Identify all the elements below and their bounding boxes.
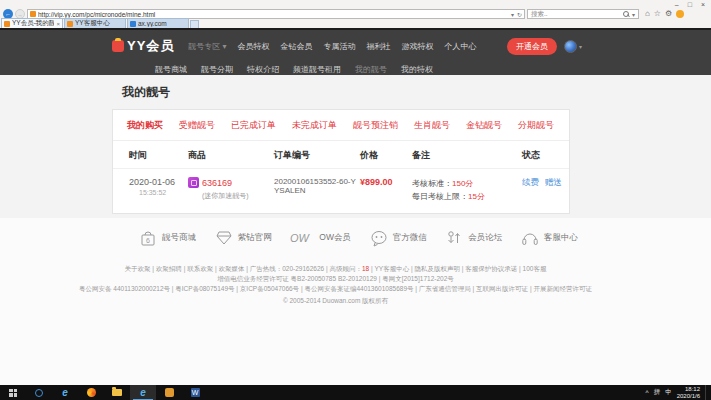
taskbar-explorer[interactable] [104,385,130,400]
search-icon[interactable] [623,11,630,18]
nav-item-liangao-zone[interactable]: 靓号专区 ▾ [188,41,226,52]
feature-service-center[interactable]: 客服中心 [520,228,578,248]
col-status: 状态 [522,149,569,162]
tab-completed-orders[interactable]: 已完成订单 [231,119,276,132]
taskbar-ie-active[interactable]: e [130,385,156,400]
col-remark: 备注 [412,149,522,162]
feature-number-mall[interactable]: 6 靓号商城 [138,228,196,248]
settings-gear-icon[interactable]: ⚙ [665,9,672,19]
order-actions: 续费 赠送 [522,177,569,203]
product-id-link[interactable]: 636169 [202,178,232,188]
taskbar-app[interactable] [156,385,182,400]
content-section: 我的靓号 我的购买 受赠靓号 已完成订单 未完成订单 靓号预注销 生肖靓号 金钻… [0,75,711,218]
nav-item-personal-center[interactable]: 个人中心 [445,41,477,52]
maximize-button[interactable]: □ [688,1,692,8]
order-date: 2020-01-06 [129,177,188,187]
tab-title: YY客服中心 [75,19,123,28]
show-desktop-button[interactable] [705,385,708,400]
svg-text:OW: OW [290,232,311,244]
col-order-no: 订单编号 [274,149,360,162]
subnav-channel-rental[interactable]: 频道靓号租用 [293,64,341,75]
feature-label: OW会员 [319,232,351,244]
browser-tab-strip: YY会员-我的靓号 × YY客服中心 ax.yy.com [0,20,711,30]
ime-cn-indicator[interactable]: 中 [665,388,672,397]
nav-item-member-privilege[interactable]: 会员特权 [238,41,270,52]
search-dropdown-icon[interactable]: ▾ [632,11,635,18]
url-text[interactable]: http://vip.yy.com/pc/micronode/mine.html [38,11,509,18]
tab-pre-cancel-numbers[interactable]: 靓号预注销 [353,119,398,132]
ime-pinyin-indicator[interactable]: 拼 [654,388,661,397]
feature-ow-member[interactable]: OW OW会员 [289,228,351,248]
footer-line-2: 增值电信业务经营许可证 粤B2-20050785 B2-20120129 | 粤… [0,274,691,284]
browser-tab-support[interactable]: YY客服中心 [64,18,126,28]
refresh-icon[interactable]: ↻ [517,11,522,18]
folder-icon [112,389,122,396]
taskbar-firefox[interactable] [78,385,104,400]
favorites-icon[interactable]: ☆ [654,9,661,19]
feature-official-wechat[interactable]: 官方微信 [369,228,427,248]
feature-member-forum[interactable]: 会员论坛 [444,228,502,248]
minimize-button[interactable]: – [675,1,679,8]
app-icon [165,388,174,397]
subnav-number-mall[interactable]: 靓号商城 [155,64,187,75]
start-button[interactable] [0,385,26,400]
url-dropdown-icon[interactable]: ▾ [511,11,514,18]
headset-icon [520,228,540,248]
close-button[interactable]: × [701,1,705,8]
browser-toolbar: ⌂ ☆ ⚙ [641,9,686,19]
nav-item-welfare[interactable]: 福利社 [367,41,391,52]
nav-item-gold-diamond[interactable]: 金钻会员 [281,41,313,52]
firefox-icon [87,388,96,397]
subnav-my-numbers[interactable]: 我的靓号 [355,64,387,75]
browser-tab-current[interactable]: YY会员-我的靓号 × [1,18,63,28]
col-price: 价格 [360,149,412,162]
tab-title: YY会员-我的靓号 [12,19,54,28]
tab-favicon-icon [67,21,73,27]
user-avatar[interactable] [564,40,577,53]
feature-purple-diamond[interactable]: 紫钻官网 [214,228,272,248]
subnav-privilege-intro[interactable]: 特权介绍 [247,64,279,75]
open-vip-button[interactable]: 开通会员 [507,38,557,55]
feedback-smiley-icon[interactable] [676,10,684,18]
tab-zodiac-numbers[interactable]: 生肖靓号 [414,119,450,132]
feature-links: 6 靓号商城 紫钻官网 OW OW会员 [138,228,578,248]
tab-installment-numbers[interactable]: 分期靓号 [518,119,554,132]
feature-label: 紫钻官网 [238,232,272,244]
subnav-installment[interactable]: 靓号分期 [201,64,233,75]
renew-link[interactable]: 续费 [522,177,539,203]
window-titlebar: – □ × [0,0,711,8]
feature-label: 靓号商城 [162,232,196,244]
taskbar-edge[interactable]: e [52,385,78,400]
tab-gold-numbers[interactable]: 金钻靓号 [466,119,502,132]
wechat-icon [369,228,389,248]
col-time: 时间 [129,149,188,162]
tab-gifted-numbers[interactable]: 受赠靓号 [179,119,215,132]
table-row: 2020-01-06 15:35:52 636169 (迷你加速靓号) 2020… [113,169,569,213]
avatar-dropdown-icon[interactable]: ▾ [579,43,582,50]
order-filter-tabs: 我的购买 受赠靓号 已完成订单 未完成订单 靓号预注销 生肖靓号 金钻靓号 分期… [113,110,569,141]
screen: – □ × ← → http://vip.yy.com/pc/micronode… [0,0,711,400]
nav-item-activities[interactable]: 专属活动 [324,41,356,52]
tab-close-icon[interactable]: × [56,21,60,27]
tab-incomplete-orders[interactable]: 未完成订单 [292,119,337,132]
tray-expand-icon[interactable]: ^ [646,389,649,396]
svg-text:6: 6 [146,237,150,244]
taskbar-cortana[interactable] [26,385,52,400]
site-favicon-icon [30,11,36,17]
copyright: © 2005-2014 Duowan.com 版权所有 [0,296,691,306]
gift-link[interactable]: 赠送 [545,177,562,203]
browser-tab-axyy[interactable]: ax.yy.com [127,18,189,28]
word-icon: W [191,388,200,397]
search-placeholder: 搜索.. [531,10,548,19]
taskbar: e e W ^ 拼 中 18:12 2020/1/6 [0,385,711,400]
home-icon[interactable]: ⌂ [645,9,650,19]
new-tab-button[interactable] [190,20,199,28]
subnav-my-privileges[interactable]: 我的特权 [401,64,433,75]
search-box[interactable]: 搜索.. ▾ [527,9,639,19]
site-logo[interactable]: YY会员 [127,37,174,55]
tab-title: ax.yy.com [138,20,186,27]
taskbar-clock[interactable]: 18:12 2020/1/6 [677,386,700,399]
nav-item-game-privilege[interactable]: 游戏特权 [402,41,434,52]
taskbar-word[interactable]: W [182,385,208,400]
tab-my-purchases[interactable]: 我的购买 [127,119,163,132]
